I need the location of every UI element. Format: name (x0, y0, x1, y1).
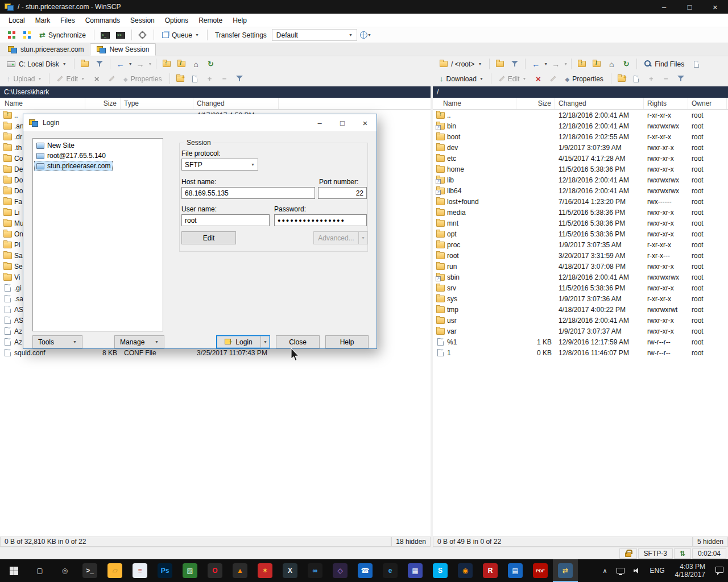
taskbar-app-phone-app[interactable]: ☎ (353, 559, 378, 582)
refresh-icon[interactable] (204, 57, 218, 70)
parent-directory-icon[interactable] (575, 57, 589, 70)
column-header-name[interactable]: Name (433, 98, 516, 109)
menu-remote[interactable]: Remote (193, 14, 228, 27)
login-button[interactable]: Login (216, 335, 270, 348)
taskbar-app-onenote[interactable]: ▤ (503, 559, 528, 582)
file-row[interactable]: lib6412/18/2016 2:00:41 AMrwxrwxrwxroot (433, 185, 728, 196)
network-tray-item[interactable] (612, 559, 629, 582)
file-row[interactable]: ..12/18/2016 2:00:41 AMr-xr-xr-xroot (433, 110, 728, 120)
find-files-button[interactable]: Find Files (640, 57, 688, 70)
remote-file-list[interactable]: ..12/18/2016 2:00:41 AMr-xr-xr-xrootbin1… (433, 110, 728, 537)
remote-drive-selector[interactable]: / <root> (436, 58, 486, 70)
site-item[interactable]: New Site (34, 140, 77, 151)
terminal-icon[interactable] (98, 28, 112, 41)
compare-directories-icon[interactable] (5, 28, 18, 41)
column-header-changed[interactable]: Changed (555, 98, 644, 109)
start-button[interactable] (0, 559, 27, 582)
root-directory-icon[interactable] (175, 57, 188, 70)
forward-icon[interactable] (134, 57, 147, 70)
taskbar-app-wordpad[interactable]: ≡ (127, 559, 152, 582)
home-directory-icon[interactable] (189, 57, 203, 70)
column-header-type[interactable]: Type (121, 98, 193, 109)
queue-button[interactable]: Queue (158, 28, 203, 41)
column-header-changed[interactable]: Changed (193, 98, 279, 109)
menu-session[interactable]: Session (125, 14, 160, 27)
file-row[interactable]: lib12/18/2016 2:00:41 AMrwxrwxrwxroot (433, 174, 728, 185)
port-number-input[interactable] (318, 187, 367, 199)
edit-site-button[interactable]: Edit (181, 231, 236, 244)
close-window-button[interactable] (702, 0, 728, 14)
taskbar-app-opera[interactable]: O (202, 559, 228, 582)
file-row[interactable]: mnt11/5/2016 5:38:36 PMrwxr-xr-xroot (433, 218, 728, 228)
transfer-preset-select[interactable]: Default (272, 29, 357, 41)
rename-icon[interactable] (105, 72, 118, 85)
taskbar-app-edge[interactable]: e (378, 559, 403, 582)
edit-button[interactable]: Edit (53, 72, 89, 85)
manage-button[interactable]: Manage (114, 335, 164, 348)
taskbar-app-vlc[interactable]: ▲ (228, 559, 253, 582)
transfer-options-icon[interactable] (359, 28, 373, 41)
filter-toggle-icon[interactable] (233, 72, 246, 85)
local-drive-selector[interactable]: C: Local Disk (3, 58, 71, 70)
file-row[interactable]: boot12/18/2016 2:02:55 AMr-xr-xr-xroot (433, 131, 728, 142)
properties-button[interactable]: Properties (119, 72, 166, 85)
taskbar-app-visual-studio[interactable]: ◇ (328, 559, 353, 582)
unselect-files-icon[interactable] (659, 72, 673, 85)
session-tab-stun-priceeraser[interactable]: stun.priceeraser.com (2, 43, 90, 56)
file-row[interactable]: bin12/18/2016 2:00:41 AMrwxrwxrwxroot (433, 120, 728, 131)
password-input[interactable] (274, 214, 367, 226)
delete-icon[interactable] (90, 72, 104, 85)
open-directory-icon[interactable] (78, 57, 92, 70)
new-folder-icon[interactable] (615, 72, 628, 85)
taskbar-app-pdf-reader[interactable]: PDF (528, 559, 553, 582)
file-row[interactable]: sys1/9/2017 3:07:36 AMr-xr-xr-xroot (433, 293, 728, 304)
taskbar-app-cmd[interactable]: >_ (77, 559, 102, 582)
file-row[interactable]: dev1/9/2017 3:07:39 AMrwxr-xr-xroot (433, 142, 728, 153)
clock[interactable]: 4:03 PM 4/18/2017 (669, 563, 711, 579)
filter-toggle-icon[interactable] (674, 72, 688, 85)
file-row[interactable]: run4/18/2017 3:07:08 PMrwxr-xr-xroot (433, 261, 728, 272)
remote-path-bar[interactable]: / (433, 86, 728, 98)
properties-button[interactable]: Properties (561, 72, 607, 85)
home-directory-icon[interactable] (605, 57, 618, 70)
delete-icon[interactable] (531, 72, 545, 85)
taskbar-app-double-ring-app[interactable]: ∞ (303, 559, 328, 582)
upload-button[interactable]: Upload (3, 72, 46, 85)
preferences-gear-icon[interactable] (136, 28, 150, 41)
taskbar-app-irfanview[interactable]: ✶ (253, 559, 278, 582)
restore-button[interactable] (677, 0, 702, 14)
taskbar-app-skype[interactable]: S (428, 559, 453, 582)
duplicate-session-icon[interactable] (689, 57, 703, 70)
menu-commands[interactable]: Commands (80, 14, 125, 27)
synchronize-button[interactable]: Synchronize (35, 28, 90, 41)
select-files-icon[interactable] (644, 72, 658, 85)
filter-icon[interactable] (93, 57, 106, 70)
tray-expand-icon[interactable] (598, 559, 612, 582)
site-list[interactable]: New Siteroot@217.65.5.140stun.priceerase… (32, 138, 163, 331)
menu-help[interactable]: Help (228, 14, 252, 27)
user-name-input[interactable] (181, 214, 270, 226)
column-header-size[interactable]: Size (85, 98, 121, 109)
local-path-bar[interactable]: C:\Users\khark (0, 86, 431, 98)
file-row[interactable]: media11/5/2016 5:38:36 PMrwxr-xr-xroot (433, 207, 728, 218)
close-button[interactable]: Close (276, 335, 320, 348)
new-file-icon[interactable] (188, 72, 202, 85)
file-row[interactable]: sbin12/18/2016 2:00:41 AMrwxrwxrwxroot (433, 272, 728, 282)
file-row[interactable]: 10 KB12/8/2016 11:46:07 PMrw-r--r--root (433, 347, 728, 358)
console-icon[interactable] (114, 28, 127, 41)
back-icon[interactable] (114, 57, 127, 70)
root-directory-icon[interactable] (590, 57, 603, 70)
unselect-files-icon[interactable] (218, 72, 231, 85)
new-folder-icon[interactable] (173, 72, 187, 85)
action-center-tray-item[interactable] (711, 559, 728, 582)
menu-options[interactable]: Options (160, 14, 193, 27)
column-header-size[interactable]: Size (516, 98, 555, 109)
taskbar-app-xshell[interactable]: X (278, 559, 303, 582)
dialog-minimize-button[interactable] (308, 114, 331, 131)
taskbar-app-firefox[interactable]: ◉ (453, 559, 478, 582)
taskbar-app-photos[interactable]: ▨ (177, 559, 202, 582)
language-indicator[interactable]: ENG (646, 559, 669, 582)
site-item[interactable]: stun.priceeraser.com (34, 161, 113, 171)
dialog-maximize-button[interactable] (331, 114, 354, 131)
title-bar[interactable]: / - stun.priceeraser.com - WinSCP (0, 0, 728, 14)
